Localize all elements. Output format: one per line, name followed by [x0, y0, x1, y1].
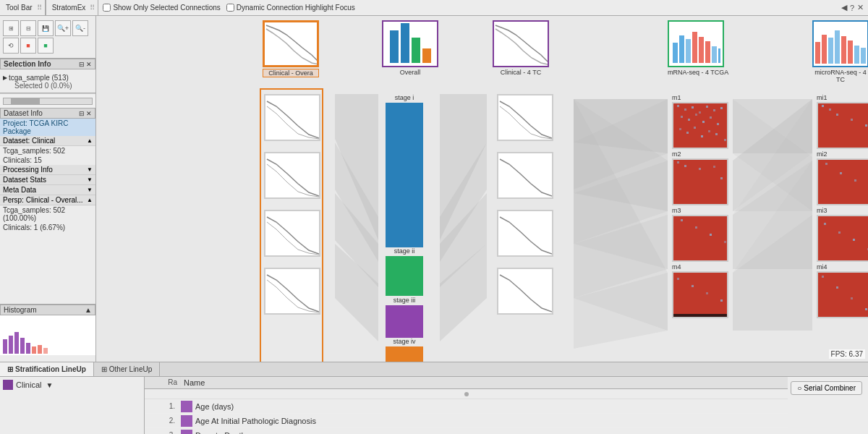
dataset-stats-row[interactable]: Dataset Stats ▼ [0, 175, 95, 185]
arrow-left-icon[interactable]: ◀ [841, 3, 847, 12]
col3-km-3[interactable] [497, 210, 553, 257]
horizontal-scroll[interactable] [0, 93, 95, 108]
stratome-section: StratomEx ⠿ [46, 0, 99, 15]
show-selected-connections-label[interactable]: Show Only Selected Connections [103, 4, 220, 12]
serial-combiner-button[interactable]: ○ Serial Combiner [791, 381, 862, 395]
tree-item-tcga[interactable]: ▶ tcga_sample (513) [3, 74, 93, 82]
tab-other-icon: ⊞ [101, 365, 107, 373]
stage-ii-block[interactable] [386, 256, 423, 296]
col3-km-2[interactable] [497, 152, 553, 199]
m4-heatmap[interactable] [672, 271, 728, 318]
dataset-info-expand[interactable]: ⊟ [79, 110, 85, 117]
col1-km-2[interactable] [264, 152, 320, 199]
col4-header-box[interactable]: mRNA-seq - 4 TCGA [668, 20, 728, 76]
col3-km-1[interactable] [497, 94, 553, 141]
tcga-samples2-row: Tcga_samples: 502 (100.00%) [0, 205, 95, 223]
mi1-heatmap[interactable] [817, 102, 868, 149]
tab-stratification-lineup[interactable]: ⊞ Stratification LineUp [0, 362, 94, 376]
col3-header-box[interactable]: Clinical - 4 TC [493, 20, 549, 76]
col3-header[interactable] [493, 20, 549, 67]
tool-btn-8[interactable]: ■ [38, 38, 54, 54]
processing-info-row[interactable]: Processing Info ▼ [0, 165, 95, 175]
svg-rect-36 [724, 139, 726, 141]
show-selected-connections-checkbox[interactable] [103, 4, 111, 12]
mi4-heatmap[interactable] [817, 271, 868, 318]
svg-rect-56 [828, 38, 833, 64]
mi3-heatmap[interactable] [817, 215, 868, 262]
col1-km-3[interactable] [264, 210, 320, 257]
col1-km-4[interactable] [264, 268, 320, 315]
dynamic-highlight-checkbox[interactable] [226, 4, 234, 12]
tree-triangle: ▶ [3, 75, 7, 81]
dataset-info-close[interactable]: ✕ [86, 110, 92, 117]
m1-heatmap[interactable] [672, 102, 728, 149]
tool-btn-2[interactable]: ⊟ [20, 20, 36, 36]
col1-group1[interactable] [264, 94, 320, 141]
col2-header[interactable] [382, 20, 438, 67]
col1-km-1[interactable] [264, 94, 320, 141]
col1-group2[interactable] [264, 152, 320, 199]
mi2-heatmap[interactable] [817, 158, 868, 205]
selection-info-expand[interactable]: ⊟ [79, 61, 85, 68]
stage-i-block[interactable] [386, 103, 423, 247]
scroll-thumb[interactable] [11, 98, 40, 104]
dataset-clinical-row[interactable]: Dataset: Clinical ▲ [0, 136, 95, 146]
help-icon[interactable]: ? [850, 4, 854, 12]
svg-rect-10 [686, 39, 691, 63]
selection-info-close[interactable]: ✕ [86, 61, 92, 68]
col3-group3[interactable] [497, 210, 553, 257]
meta-data-row[interactable]: Meta Data ▼ [0, 185, 95, 195]
svg-rect-38 [677, 161, 679, 163]
m3-heatmap[interactable] [672, 215, 728, 262]
tool-btn-5[interactable]: 🔍- [72, 20, 88, 36]
svg-rect-13 [705, 41, 710, 63]
mi4-label: mi4 [817, 263, 868, 271]
col4-header[interactable] [668, 20, 724, 67]
stage-iii-label: stage iii [393, 297, 416, 304]
col1-group3[interactable] [264, 210, 320, 257]
lineup-row-2[interactable]: 2. Age At Initial Pathologic Diagnosis [145, 414, 788, 428]
tool-btn-7[interactable]: ■ [20, 38, 36, 54]
col3-group4[interactable] [497, 268, 553, 315]
stage-iii-block[interactable] [386, 305, 423, 338]
persp-row[interactable]: Persp: Clinical - Overal... ▲ [0, 195, 95, 205]
lineup-row-1[interactable]: 1. Age (days) [145, 399, 788, 414]
col2-header-box[interactable]: Overall [382, 20, 438, 76]
col1-group4[interactable] [264, 268, 320, 315]
toolbar-drag-handle: ⠿ [37, 4, 42, 12]
svg-rect-33 [701, 135, 703, 137]
col5-header[interactable] [812, 20, 868, 67]
col3-group1[interactable] [497, 94, 553, 141]
svg-rect-49 [677, 278, 679, 280]
dynamic-highlight-label[interactable]: Dynamic Connection Highlight Focus [226, 4, 355, 12]
col1-header-box[interactable]: Clinical - Overa [263, 20, 319, 77]
stage-iv-block[interactable] [386, 346, 423, 362]
svg-rect-20 [699, 111, 701, 114]
m2-heatmap[interactable] [672, 158, 728, 205]
svg-rect-15 [718, 48, 720, 63]
scroll-track[interactable] [3, 98, 93, 105]
col3-group2[interactable] [497, 152, 553, 199]
row-rank-2: 2. [145, 417, 181, 425]
close-icon[interactable]: ✕ [857, 3, 864, 12]
lineup-dataset-column: Clinical ▼ [0, 377, 145, 434]
connection-10 [574, 99, 668, 211]
m4-container: m4 [672, 263, 728, 318]
col3-km-4[interactable] [497, 268, 553, 315]
svg-rect-58 [841, 36, 846, 64]
chevron-down-icon: ▼ [87, 166, 93, 173]
lineup-row-3[interactable]: 3. Days to Death [145, 428, 788, 434]
tool-btn-6[interactable]: ⟲ [3, 38, 19, 54]
tool-btn-1[interactable]: ⊞ [3, 20, 19, 36]
project-row: Project: TCGA KIRC Package [0, 119, 95, 136]
tool-btn-3[interactable]: 💾 [38, 20, 54, 36]
svg-rect-40 [699, 168, 701, 170]
col5-header-box[interactable]: microRNA-seq - 4 TC [812, 20, 868, 83]
m4-heatmap-chart [673, 272, 727, 318]
bar-green [412, 38, 420, 63]
tool-btn-4[interactable]: 🔍+ [55, 20, 71, 36]
filter-icon[interactable]: ▼ [46, 381, 53, 389]
col1-header[interactable] [263, 20, 319, 67]
svg-rect-17 [677, 105, 679, 107]
tab-other-lineup[interactable]: ⊞ Other LineUp [94, 362, 160, 376]
